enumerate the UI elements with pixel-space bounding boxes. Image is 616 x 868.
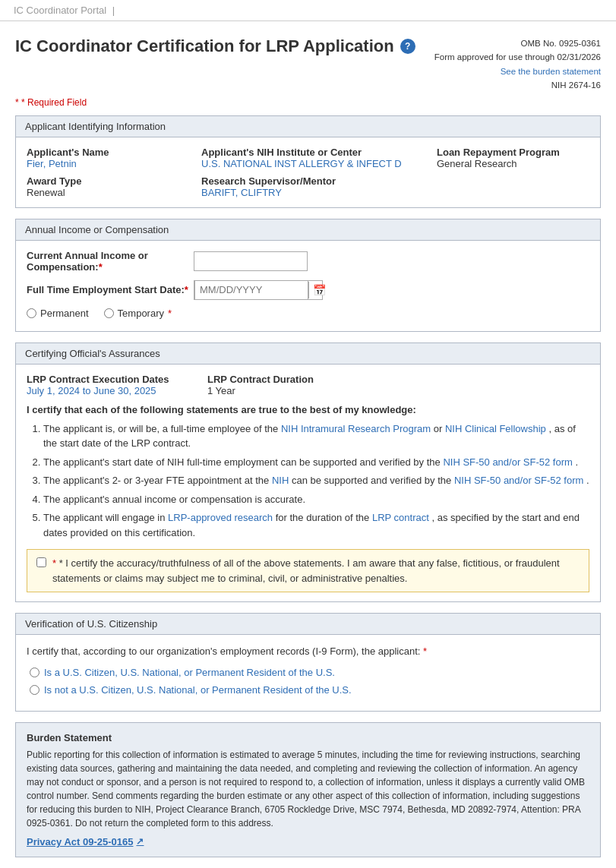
burden-text: Public reporting for this collection of … (27, 748, 589, 830)
contract-dates-label: LRP Contract Execution Dates (27, 374, 201, 385)
certify-bold: I certify that each of the following sta… (27, 404, 589, 415)
certify-item-1: The applicant is, or will be, a full-tim… (43, 421, 589, 451)
award-field: Award Type Renewal (27, 175, 194, 198)
award-label: Award Type (27, 175, 194, 187)
main-content: IC Coordinator Certification for LRP App… (0, 21, 616, 868)
income-section-header: Annual Income or Compensation (16, 219, 600, 241)
permanent-radio[interactable] (27, 308, 36, 318)
temporary-radio[interactable] (104, 308, 114, 318)
employment-type-row: Permanent Temporary * (27, 308, 589, 319)
contract-dates-value: July 1, 2024 to June 30, 2025 (27, 385, 201, 396)
burden-box: Burden Statement Public reporting for th… (15, 722, 601, 857)
certify-item-3: The applicant's 2- or 3-year FTE appoint… (43, 473, 589, 488)
certify-item-4: The applicant's annual income or compens… (43, 492, 589, 507)
institute-label: Applicant's NIH Institute or Center (201, 147, 429, 158)
income-label: Current Annual Income or Compensation:* (27, 250, 194, 273)
contract-grid: LRP Contract Execution Dates July 1, 202… (27, 374, 589, 396)
temporary-radio-label[interactable]: Temporary * (104, 308, 172, 319)
contract-duration-value: 1 Year (207, 385, 589, 396)
citizenship-section-body: I certify that, according to our organiz… (16, 635, 600, 711)
applicant-section-body: Applicant's Name Fier, Petnin Applicant'… (16, 137, 600, 207)
name-label: Applicant's Name (27, 147, 194, 158)
name-field: Applicant's Name Fier, Petnin (27, 147, 194, 169)
certify-section-header: Certifying Official's Assurances (16, 343, 600, 365)
citizen-no-label[interactable]: Is not a U.S. Citizen, U.S. National, or… (30, 684, 589, 696)
omb-info: OMB No. 0925-0361 Form approved for use … (434, 36, 601, 93)
supervisor-value: BARIFT, CLIFTRY (201, 187, 589, 198)
certify-item-2: The applicant's start date of NIH full-t… (43, 455, 589, 470)
external-link-icon: ↗ (136, 836, 144, 847)
top-bar: IC Coordinator Portal | (0, 0, 616, 21)
required-text: * Required Field (21, 97, 87, 108)
income-section-body: Current Annual Income or Compensation:* … (16, 241, 600, 331)
temporary-label: Temporary (118, 308, 164, 319)
certify-item-5: The applicant will engage in LRP-approve… (43, 510, 589, 540)
certify-checkbox[interactable] (36, 557, 46, 567)
applicant-section: Applicant Identifying Information Applic… (15, 115, 601, 208)
citizen-no-text: Is not a U.S. Citizen, U.S. National, or… (44, 684, 352, 696)
citizenship-section-header: Verification of U.S. Citizenship (16, 614, 600, 635)
nih-form-number: NIH 2674-16 (434, 78, 601, 92)
burden-link[interactable]: See the burden statement (434, 65, 601, 78)
required-note: * * Required Field (15, 97, 601, 108)
applicant-grid: Applicant's Name Fier, Petnin Applicant'… (27, 147, 589, 169)
citizenship-section: Verification of U.S. Citizenship I certi… (15, 613, 601, 712)
certify-section-body: LRP Contract Execution Dates July 1, 202… (16, 365, 600, 602)
name-value: Fier, Petnin (27, 158, 194, 169)
income-input[interactable] (194, 251, 308, 271)
certify-section: Certifying Official's Assurances LRP Con… (15, 342, 601, 603)
privacy-link-text[interactable]: Privacy Act 09-25-0165 (27, 836, 133, 847)
omb-number: OMB No. 0925-0361 (434, 36, 601, 50)
calendar-icon[interactable]: 📅 (308, 282, 330, 298)
citizen-yes-radio[interactable] (30, 668, 39, 677)
page-title: IC Coordinator Certification for LRP App… (15, 36, 394, 56)
portal-title: IC Coordinator Portal (14, 5, 106, 16)
fte-date-input[interactable] (194, 280, 308, 300)
fte-label: Full Time Employment Start Date:* (27, 284, 194, 295)
applicant-section-header: Applicant Identifying Information (16, 116, 600, 137)
page-header: IC Coordinator Certification for LRP App… (15, 29, 601, 93)
contract-dates-field: LRP Contract Execution Dates July 1, 202… (27, 374, 201, 396)
separator: | (112, 5, 115, 16)
privacy-link[interactable]: Privacy Act 09-25-0165 ↗ (27, 836, 144, 847)
contract-duration-label: LRP Contract Duration (207, 374, 589, 385)
help-icon[interactable]: ? (400, 39, 415, 54)
income-section: Annual Income or Compensation Current An… (15, 219, 601, 332)
institute-value: U.S. NATIONAL INST ALLERGY & INFECT D (201, 158, 429, 169)
fte-date-wrap[interactable]: 📅 (194, 280, 323, 300)
certify-checkbox-row: * * I certify the accuracy/truthfulness … (27, 549, 589, 592)
burden-title: Burden Statement (27, 732, 589, 743)
certify-list: The applicant is, or will be, a full-tim… (27, 421, 589, 541)
page-title-wrap: IC Coordinator Certification for LRP App… (15, 36, 415, 56)
lrp-value: General Research (437, 158, 589, 169)
required-asterisk: * (15, 97, 19, 108)
contract-duration-field: LRP Contract Duration 1 Year (207, 374, 589, 396)
lrp-label: Loan Repayment Program (437, 147, 589, 158)
applicant-grid-2: Award Type Renewal Research Supervisor/M… (27, 175, 589, 198)
certify-checkbox-label: * * I certify the accuracy/truthfulness … (52, 556, 580, 586)
citizen-yes-text: Is a U.S. Citizen, U.S. National, or Per… (44, 667, 335, 678)
supervisor-field: Research Supervisor/Mentor BARIFT, CLIFT… (201, 175, 589, 198)
permanent-label: Permanent (40, 308, 89, 319)
permanent-radio-label[interactable]: Permanent (27, 308, 89, 319)
income-row: Current Annual Income or Compensation:* (27, 250, 589, 273)
citizen-no-radio[interactable] (30, 685, 39, 695)
citizenship-radios: Is a U.S. Citizen, U.S. National, or Per… (27, 667, 589, 696)
lrp-field: Loan Repayment Program General Research (437, 147, 589, 169)
supervisor-label: Research Supervisor/Mentor (201, 175, 589, 187)
institute-field: Applicant's NIH Institute or Center U.S.… (201, 147, 429, 169)
award-value: Renewal (27, 187, 194, 198)
citizenship-certify-text: I certify that, according to our organiz… (27, 644, 589, 659)
omb-approved: Form approved for use through 02/31/2026 (434, 50, 601, 64)
citizen-yes-label[interactable]: Is a U.S. Citizen, U.S. National, or Per… (30, 667, 589, 678)
fte-row: Full Time Employment Start Date:* 📅 (27, 280, 589, 300)
